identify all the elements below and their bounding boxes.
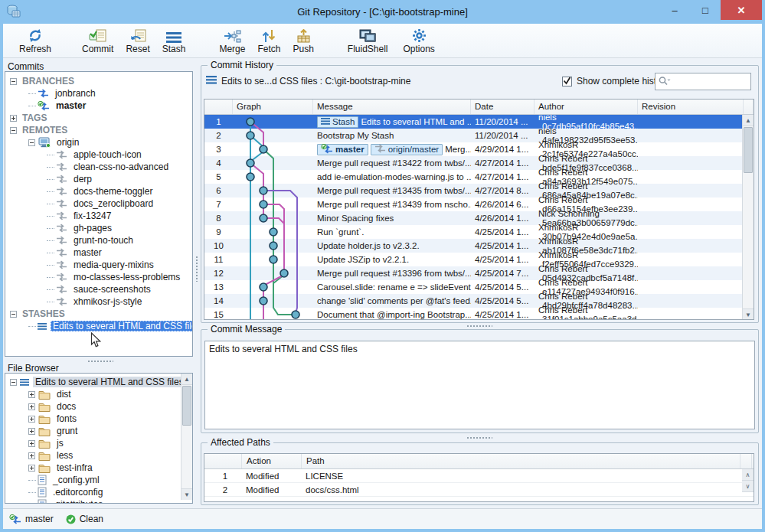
table-row[interactable]: 6Merge pull request #13435 from twbs/...…: [204, 184, 744, 197]
toolbar-push-button[interactable]: Push: [287, 26, 319, 56]
expand-minus-icon[interactable]: [10, 78, 17, 85]
expand-plus-icon[interactable]: [10, 115, 17, 122]
panel-splitter-handle[interactable]: [87, 360, 113, 363]
scroll-down-icon[interactable]: ▼: [743, 308, 754, 320]
paths-column-header-Action[interactable]: Action: [242, 454, 302, 468]
history-scrollbar[interactable]: ▲ ▼: [742, 115, 754, 320]
column-header-Author[interactable]: Author: [535, 100, 638, 114]
table-row[interactable]: 7Merge pull request #13439 from nscho...…: [204, 197, 744, 211]
commits-origin[interactable]: origin: [5, 136, 192, 149]
expand-minus-icon[interactable]: [28, 139, 35, 146]
scroll-up-icon[interactable]: ∧: [742, 469, 754, 481]
table-row[interactable]: 12Merge pull request #13396 from twbs/..…: [204, 266, 744, 280]
commits-gh-pages[interactable]: gh-pages: [5, 222, 192, 234]
commits-tags[interactable]: TAGS: [5, 112, 192, 124]
search-input[interactable]: [671, 77, 747, 87]
affected-path-row[interactable]: 2Modifieddocs/css.html: [204, 483, 754, 497]
column-header-Date[interactable]: Date: [471, 100, 535, 114]
search-box[interactable]: [655, 73, 751, 90]
expand-plus-icon[interactable]: [28, 440, 35, 447]
table-row[interactable]: 1StashEdits to several HTML and ...11/20…: [204, 115, 744, 129]
commits-sauce-screenshots[interactable]: sauce-screenshots: [5, 283, 192, 295]
expand-plus-icon[interactable]: [28, 465, 35, 472]
paths-column-header-blank[interactable]: [204, 454, 242, 468]
toolbar-commit-button[interactable]: Commit: [77, 26, 119, 56]
files-less[interactable]: less: [5, 449, 192, 462]
commits-xhmikosr-js-style[interactable]: xhmikosr-js-style: [5, 295, 192, 308]
paths-column-header-Path[interactable]: Path: [302, 454, 740, 468]
commits-media-query-mixins[interactable]: media-query-mixins: [5, 259, 192, 271]
files-fonts[interactable]: fonts: [5, 413, 192, 425]
table-row[interactable]: 15Document that @import-ing Bootstrap...…: [204, 308, 744, 320]
column-header-blank[interactable]: [204, 100, 233, 114]
table-row[interactable]: 4Merge pull request #13422 from twbs/...…: [204, 156, 744, 170]
toolbar-stash-button[interactable]: Stash: [157, 26, 191, 56]
toolbar-merge-button[interactable]: Merge: [214, 26, 250, 56]
commits-derp[interactable]: derp: [5, 173, 192, 185]
column-header-Revision[interactable]: Revision: [638, 100, 744, 114]
toolbar-refresh-button[interactable]: Refresh: [14, 26, 57, 56]
table-row[interactable]: 2Bootstrap My Stash11/20/2014 ...niels 4…: [204, 129, 744, 142]
commit-message-text[interactable]: Edits to several HTML and CSS files: [204, 341, 755, 429]
scroll-up-icon[interactable]: ▲: [181, 374, 192, 385]
toolbar-reset-button[interactable]: Reset: [120, 26, 155, 56]
scroll-down-icon[interactable]: ∨: [742, 481, 754, 492]
commits-fix-13247[interactable]: fix-13247: [5, 210, 192, 222]
commits-master[interactable]: master: [5, 246, 192, 259]
files--gitattributes[interactable]: .gitattributes: [5, 498, 192, 504]
affected-paths-scrollbar[interactable]: ∧ ∨: [742, 469, 754, 492]
files-js[interactable]: js: [5, 437, 192, 449]
expand-plus-icon[interactable]: [28, 428, 35, 435]
toolbar-fetch-button[interactable]: Fetch: [252, 26, 286, 56]
sidebar-splitter-handle[interactable]: [195, 256, 198, 282]
commits-jonbranch[interactable]: jonbranch: [5, 87, 192, 100]
commits-docs-theme-toggler[interactable]: docs-theme-toggler: [5, 185, 192, 197]
toolbar-options-button[interactable]: Options: [398, 26, 440, 56]
file-browser-scrollbar[interactable]: ▲ ▼: [181, 374, 192, 500]
table-row[interactable]: 9Run `grunt`.4/25/2014 1...XhmikosR 30b0…: [204, 225, 744, 239]
minimize-button[interactable]: –: [659, 0, 690, 20]
commits-master[interactable]: master: [5, 100, 192, 112]
commits-remotes[interactable]: REMOTES: [5, 124, 192, 136]
table-row[interactable]: 13Carousel.slide: rename e => slideEvent…: [204, 280, 744, 294]
files-docs[interactable]: docs: [5, 400, 192, 413]
commits-apple-touch-icon[interactable]: apple-touch-icon: [5, 149, 192, 161]
commits-clean-css-no-advanced[interactable]: clean-css-no-advanced: [5, 161, 192, 173]
commits-stashes[interactable]: STASHES: [5, 308, 192, 320]
files--config-yml[interactable]: _config.yml: [5, 474, 192, 486]
history-message-splitter[interactable]: [466, 325, 492, 328]
expand-minus-icon[interactable]: [10, 379, 17, 386]
table-row[interactable]: 14change 'slid' comments per @fat's feed…: [204, 294, 744, 308]
files-dist[interactable]: dist: [5, 388, 192, 400]
expand-plus-icon[interactable]: [28, 452, 35, 459]
files-grunt[interactable]: grunt: [5, 425, 192, 437]
expand-plus-icon[interactable]: [28, 391, 35, 398]
files-edits-to-several-html-and-css-[interactable]: Edits to several HTML and CSS files: [5, 376, 192, 388]
commits-mo-classes-less-problems[interactable]: mo-classes-less-problems: [5, 271, 192, 283]
commits-branches[interactable]: BRANCHES: [5, 75, 192, 87]
table-row[interactable]: 5add ie-emulation-modes-warning.js to ..…: [204, 170, 744, 184]
table-row[interactable]: 3masterorigin/masterMerg...4/29/2014 1..…: [204, 142, 744, 156]
toolbar-fluidshell-button[interactable]: FluidShell: [342, 26, 394, 56]
expand-minus-icon[interactable]: [10, 127, 17, 134]
commits-edits-to-several-html-and-css-[interactable]: Edits to several HTML and CSS files: [5, 320, 192, 332]
maximize-button[interactable]: □: [690, 0, 721, 20]
paths-column-header-blank[interactable]: [740, 454, 752, 468]
show-complete-history-checkbox[interactable]: [562, 77, 572, 86]
column-header-blank[interactable]: [744, 100, 754, 114]
table-row[interactable]: 10Update holder.js to v2.3.2.4/25/2014 1…: [204, 239, 744, 253]
expand-minus-icon[interactable]: [10, 311, 17, 318]
scroll-down-icon[interactable]: ▼: [181, 488, 192, 500]
expand-plus-icon[interactable]: [28, 403, 35, 410]
column-header-Graph[interactable]: Graph: [233, 100, 313, 114]
commits-docs-zeroclipboard[interactable]: docs_zeroclipboard: [5, 197, 192, 210]
scroll-up-icon[interactable]: ▲: [743, 115, 754, 126]
expand-plus-icon[interactable]: [28, 416, 35, 423]
column-header-Message[interactable]: Message: [313, 100, 471, 114]
affected-path-row[interactable]: 1ModifiedLICENSE: [204, 469, 754, 483]
files-test-infra[interactable]: test-infra: [5, 462, 192, 474]
table-row[interactable]: 11Update JSZip to v2.2.1.4/25/2014 1...X…: [204, 253, 744, 266]
close-button[interactable]: ✕: [721, 0, 762, 20]
files--editorconfig[interactable]: .editorconfig: [5, 486, 192, 498]
commits-grunt-no-touch[interactable]: grunt-no-touch: [5, 234, 192, 246]
